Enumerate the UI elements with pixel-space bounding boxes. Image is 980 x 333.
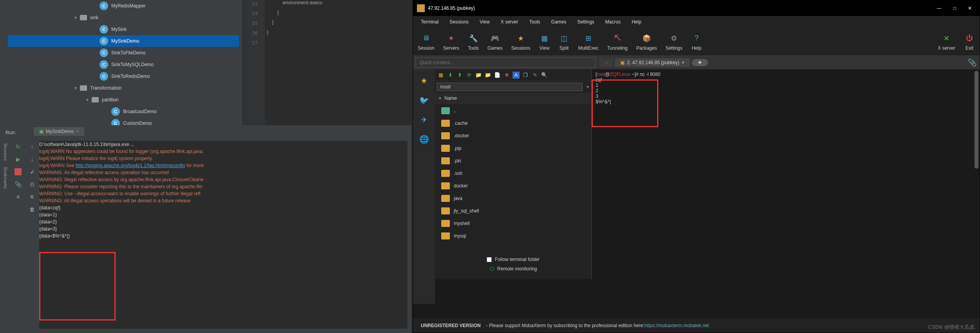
permissions-icon[interactable]: A: [513, 72, 520, 79]
toolbar-games[interactable]: 🎮Games: [487, 33, 503, 51]
upload-icon[interactable]: ⬆: [456, 72, 463, 79]
sftp-icon[interactable]: 🐦: [418, 94, 430, 106]
attach-icon[interactable]: 📎: [14, 181, 22, 188]
path-input[interactable]: [437, 83, 583, 91]
menu-settings[interactable]: Settings: [577, 19, 594, 25]
delete-file-icon[interactable]: ✖: [503, 72, 510, 79]
toolbar-settings[interactable]: ⚙Settings: [665, 33, 682, 51]
tree-item-sinktoredisdemo[interactable]: CSinkToRedisDemo: [8, 70, 239, 82]
tree-item-sinktofiledemo[interactable]: CSinkToFileDemo: [8, 47, 239, 59]
sort-arrow-icon[interactable]: ▾: [439, 95, 441, 101]
main-toolbar[interactable]: 🖥Session✴Servers🔧Tools🎮Games★Sessions▦Vi…: [413, 28, 980, 56]
toolbar-sessions[interactable]: ★Sessions: [511, 33, 531, 51]
file-row[interactable]: .pip: [435, 142, 591, 155]
tools-icon[interactable]: 🌐: [418, 133, 430, 145]
toolbar-packages[interactable]: 📦Packages: [636, 33, 657, 51]
titlebar[interactable]: 47.92.146.85 (pubkey) — □ ✕: [413, 0, 980, 16]
menu-help[interactable]: Help: [632, 19, 641, 25]
toolbar-view[interactable]: ▦View: [539, 33, 550, 51]
tree-item-customdemo[interactable]: CCustomDemo: [8, 117, 239, 125]
layout-icon[interactable]: ≡: [14, 193, 22, 200]
folder-view-icon[interactable]: ▦: [437, 72, 444, 79]
menu-tools[interactable]: Tools: [529, 19, 540, 25]
toolbar-multiexec[interactable]: ⊞MultiExec: [578, 33, 598, 51]
maximize-icon[interactable]: □: [953, 5, 956, 11]
run-tab[interactable]: ▣ MySinkDemo ×: [34, 127, 84, 136]
menu-sessions[interactable]: Sessions: [449, 19, 469, 25]
structure-tab[interactable]: Structure: [3, 143, 8, 161]
file-row[interactable]: myshell: [435, 217, 591, 230]
wrap-icon[interactable]: ↲: [29, 168, 36, 175]
sftp-toolbar[interactable]: ▦ ⬇ ⬆ ⟳ 📁 📁 📄 ✖ A ❐ ✎ 🔍: [435, 69, 591, 81]
tree-item-sink[interactable]: ▾sink: [8, 12, 239, 23]
print-icon[interactable]: ⎙: [29, 181, 36, 188]
toolbar-tunneling[interactable]: ⛏Tunneling: [607, 33, 627, 51]
file-row[interactable]: jly_sql_shell: [435, 205, 591, 217]
file-row[interactable]: mysql: [435, 230, 591, 242]
newfolder-icon[interactable]: 📁: [475, 72, 482, 79]
toolbar-servers[interactable]: ✴Servers: [443, 33, 459, 51]
newfolder2-icon[interactable]: 📁: [484, 72, 491, 79]
file-row[interactable]: .pki: [435, 155, 591, 167]
rerun-icon[interactable]: ↻: [14, 143, 22, 150]
remote-monitoring-button[interactable]: 🖵 Remote monitoring: [489, 266, 537, 272]
file-row[interactable]: .docker: [435, 130, 591, 142]
name-column-header[interactable]: Name: [444, 95, 457, 101]
tree-item-partition[interactable]: ▾partition: [8, 94, 239, 106]
find-icon[interactable]: 🔍: [541, 72, 548, 79]
close-icon[interactable]: ✕: [968, 5, 972, 11]
menu-view[interactable]: View: [480, 19, 490, 25]
menu-macros[interactable]: Macros: [605, 19, 621, 25]
tab-home[interactable]: ⌂: [600, 58, 613, 67]
status-link[interactable]: https://mobaxterm.mobatek.net: [644, 323, 709, 328]
up-icon[interactable]: ↑: [29, 143, 36, 150]
file-row[interactable]: ..: [435, 104, 591, 117]
tree-item-transformation[interactable]: ▾Transformation: [8, 82, 239, 94]
menu-xserver[interactable]: X server: [501, 19, 518, 25]
tab-new-button[interactable]: ✚: [692, 59, 708, 66]
duplicate-icon[interactable]: ❐: [522, 72, 529, 79]
favorites-icon[interactable]: ★: [418, 75, 430, 86]
delete-icon[interactable]: 🗑: [29, 206, 36, 213]
file-list-header[interactable]: ▾ Name: [435, 93, 591, 104]
bookmarks-tab[interactable]: Bookmarks: [3, 167, 8, 189]
menu-terminal[interactable]: Terminal: [421, 19, 438, 25]
edit-icon[interactable]: ✎: [531, 72, 538, 79]
follow-terminal-checkbox[interactable]: Follow terminal folder: [487, 257, 540, 262]
follow-checkbox-input[interactable]: [487, 257, 492, 262]
stop-icon[interactable]: [14, 168, 22, 175]
session-tab-strip[interactable]: ⌂ ▣ 2. 47.92.146.85 (pubkey) × ✚: [600, 58, 708, 67]
file-row[interactable]: .ssh: [435, 167, 591, 180]
down-icon[interactable]: ↓: [29, 156, 36, 163]
tree-item-mysinkdemo[interactable]: CMySinkDemo: [8, 35, 239, 47]
menubar[interactable]: TerminalSessionsViewX serverToolsGamesSe…: [413, 16, 980, 28]
tab-close-icon[interactable]: ×: [682, 60, 685, 65]
toolbar-help[interactable]: ?Help: [691, 33, 702, 51]
quick-connect-input[interactable]: [415, 58, 596, 68]
toolbar-session[interactable]: 🖥Session: [418, 33, 435, 51]
menu-games[interactable]: Games: [551, 19, 567, 25]
terminal[interactable]: [root@ZQFLinux ~]# nc -l 8080 zqf123$%^&…: [592, 69, 978, 312]
file-row[interactable]: docker: [435, 180, 591, 192]
tab-session-active[interactable]: ▣ 2. 47.92.146.85 (pubkey) ×: [615, 58, 690, 67]
sftp-panel[interactable]: ▦ ⬇ ⬆ ⟳ 📁 📁 📄 ✖ A ❐ ✎ 🔍 ▾ ▾ Name ...cach…: [435, 69, 592, 279]
toolbar-xserver[interactable]: ✕X server: [938, 33, 955, 51]
filter-icon[interactable]: ⚟: [29, 193, 36, 200]
toolbar-tools[interactable]: 🔧Tools: [468, 33, 479, 51]
code-editor[interactable]: 3334353637 environment.execu } }}: [241, 0, 411, 125]
ide-left-tabs[interactable]: Structure Bookmarks: [0, 141, 11, 329]
left-sidebar[interactable]: ★ 🐦 ✈ 🌐: [413, 69, 435, 304]
project-tree[interactable]: CMyRedisMapper▾sinkCMySinkCMySinkDemoCSi…: [8, 0, 239, 125]
newfile-icon[interactable]: 📄: [494, 72, 501, 79]
file-list[interactable]: ...cache.docker.pip.pki.sshdockerjavajly…: [435, 104, 591, 243]
run-console[interactable]: D:\software\Java\jdk-11.0.15.1\bin\java.…: [39, 141, 408, 329]
download-icon[interactable]: ⬇: [447, 72, 454, 79]
macros-icon[interactable]: ✈: [418, 114, 430, 126]
minimize-icon[interactable]: —: [937, 5, 942, 11]
refresh-icon[interactable]: ⟳: [466, 72, 473, 79]
toolbar-split[interactable]: ◫Split: [558, 33, 569, 51]
path-dropdown-icon[interactable]: ▾: [584, 84, 591, 90]
editor-code[interactable]: environment.execu } }}: [267, 0, 322, 49]
tree-item-broadcastdemo[interactable]: CBroadcastDemo: [8, 106, 239, 117]
file-row[interactable]: .cache: [435, 117, 591, 130]
